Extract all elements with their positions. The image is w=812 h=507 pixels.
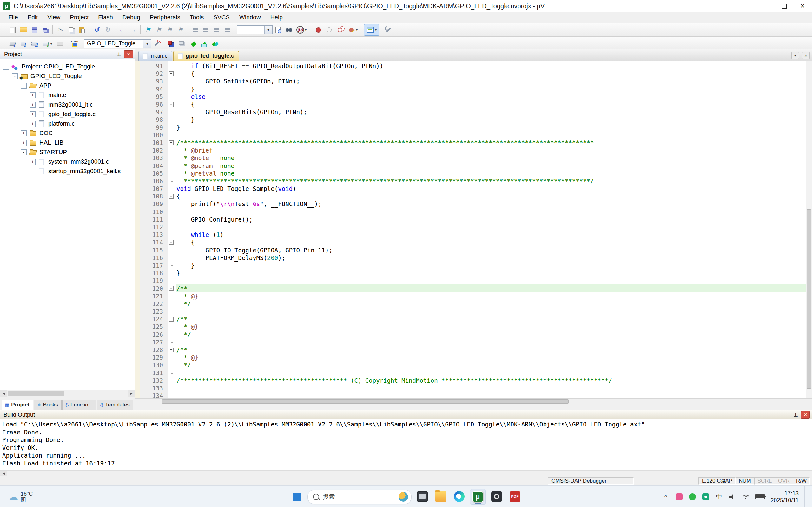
code-line-130[interactable]: 130 */ [135, 361, 806, 369]
find-text-combo[interactable]: ▾ [237, 25, 272, 34]
code-line-91[interactable]: 91 if (Bit_RESET == GPIO_ReadOutputDataB… [135, 62, 806, 70]
chevron-down-icon[interactable]: ▾ [50, 42, 52, 46]
code-line-121[interactable]: 121 * @} [135, 292, 806, 300]
code-line-101[interactable]: 101−/***********************************… [135, 139, 806, 147]
redo-button[interactable] [102, 24, 113, 35]
disable-breakpoint-button[interactable] [324, 24, 335, 35]
collapse-icon[interactable]: - [12, 73, 18, 79]
code-line-128[interactable]: 128−/** [135, 346, 806, 353]
code-line-119[interactable]: 119 [135, 277, 806, 284]
outdent-button[interactable] [201, 24, 211, 35]
pin-icon[interactable]: ⊥ [115, 51, 123, 58]
save-button[interactable] [29, 24, 40, 35]
code-editor[interactable]: 91 if (Bit_RESET == GPIO_ReadOutputDataB… [135, 61, 812, 398]
tree-item-app[interactable]: -APP [0, 81, 135, 90]
expand-icon[interactable]: + [30, 121, 36, 127]
code-line-107[interactable]: 107void GPIO_LED_Toggle_Sample(void) [135, 185, 806, 192]
code-line-94[interactable]: 94 } [135, 85, 806, 93]
menu-window[interactable]: Window [235, 12, 266, 23]
pin-icon[interactable]: ⊥ [792, 411, 800, 418]
expand-icon[interactable]: + [30, 159, 36, 165]
show-desktop-strip[interactable] [804, 486, 807, 507]
manage-rte-button[interactable] [188, 38, 199, 49]
start-button[interactable] [290, 490, 304, 504]
code-line-102[interactable]: 102 * @brief [135, 147, 806, 154]
expand-icon[interactable]: + [30, 92, 36, 98]
navigate-back-button[interactable] [117, 24, 128, 35]
tray-app-pink-icon[interactable] [675, 492, 683, 502]
code-line-126[interactable]: 126 */ [135, 331, 806, 338]
code-line-116[interactable]: 116 PLATFORM_DelayMS(200); [135, 254, 806, 262]
menu-flash[interactable]: Flash [93, 12, 117, 23]
minimize-button[interactable] [757, 0, 775, 12]
maximize-button[interactable] [775, 0, 793, 12]
code-line-124[interactable]: 124−/** [135, 315, 806, 323]
taskbar-clock[interactable]: 17:13 2025/10/11 [770, 490, 799, 504]
bookmark-next-button[interactable] [164, 24, 175, 35]
code-line-97[interactable]: 97 GPIO_ResetBits(GPIOn, PINn); [135, 108, 806, 116]
build-output-hscrollbar[interactable]: ◄ [0, 470, 812, 476]
scroll-left-icon[interactable]: ◄ [0, 390, 7, 397]
collapse-icon[interactable]: - [20, 149, 27, 155]
taskbar-app-edge-browser[interactable] [452, 489, 467, 504]
navigate-forward-button[interactable] [128, 24, 138, 35]
taskbar-app-keil-uvision[interactable] [470, 489, 486, 505]
find-binoculars-button[interactable] [283, 24, 294, 35]
code-line-100[interactable]: 100 [135, 131, 806, 139]
document-tab-gpio_led_toggle-c[interactable]: gpio_led_toggle.c [173, 51, 239, 61]
collapse-icon[interactable]: - [3, 64, 9, 70]
chevron-down-icon[interactable]: ▾ [356, 27, 358, 32]
fold-collapse-icon[interactable]: − [167, 101, 176, 108]
taskbar-weather-widget[interactable]: ☁ 16°C 阴 [9, 491, 113, 503]
window-manager-button[interactable]: ▾ [364, 24, 379, 36]
tray-app-green2-icon[interactable] [702, 492, 710, 502]
expand-icon[interactable]: + [30, 102, 36, 108]
menu-peripherals[interactable]: Peripherals [145, 12, 185, 23]
target-select-combo[interactable]: GPIO_LED_Toggle▾ [84, 39, 151, 48]
tree-item-mm32g0001-it-c[interactable]: +mm32g0001_it.c [0, 100, 135, 109]
windows-stack-button[interactable] [177, 38, 188, 49]
paste-button[interactable] [76, 24, 87, 35]
tree-item-doc[interactable]: +DOC [0, 128, 135, 138]
expand-icon[interactable]: + [20, 140, 27, 146]
taskbar-app-system-app[interactable] [415, 489, 430, 504]
code-line-120[interactable]: 120−/** [135, 284, 806, 292]
tree-item-platform-c[interactable]: +platform.c [0, 119, 135, 128]
code-line-106[interactable]: 106 ************************************… [135, 177, 806, 185]
download-load-button[interactable] [69, 38, 80, 49]
build-output-close-button[interactable]: ✕ [801, 411, 810, 418]
menu-file[interactable]: File [3, 12, 23, 23]
scroll-left-icon[interactable]: ◄ [0, 470, 7, 476]
code-line-93[interactable]: 93 GPIO_SetBits(GPIOn, PINn); [135, 77, 806, 85]
code-line-99[interactable]: 99} [135, 124, 806, 131]
tray-expand-icon[interactable]: ^ [662, 492, 669, 502]
code-line-110[interactable]: 110 [135, 208, 806, 216]
menu-edit[interactable]: Edit [23, 12, 43, 23]
copy-button[interactable] [65, 24, 76, 35]
fold-collapse-icon[interactable]: − [167, 284, 176, 292]
taskbar-search-box[interactable]: 搜索 [307, 490, 412, 504]
fold-collapse-icon[interactable]: − [167, 70, 176, 77]
code-line-111[interactable]: 111 GPIO_Configure(); [135, 216, 806, 223]
code-line-134[interactable]: 134 [135, 392, 806, 398]
scroll-right-icon[interactable]: ► [128, 390, 135, 397]
code-line-109[interactable]: 109 printf("\r\nTest %s", __FUNCTION__); [135, 200, 806, 208]
cut-button[interactable] [55, 24, 65, 35]
code-line-132[interactable]: 132/************************************… [135, 377, 806, 384]
tab-close-icon[interactable]: ✕ [802, 52, 810, 59]
manage-components-button[interactable] [166, 38, 177, 49]
taskbar-app-pdf-reader[interactable] [507, 489, 523, 504]
panel-tab-functio[interactable]: {}Functio... [62, 399, 96, 410]
tab-list-dropdown-icon[interactable]: ▾ [792, 52, 799, 59]
code-line-118[interactable]: 118} [135, 269, 806, 277]
menu-project[interactable]: Project [65, 12, 93, 23]
configure-wrench-button[interactable] [383, 24, 394, 35]
new-file-button[interactable] [7, 24, 18, 35]
code-line-105[interactable]: 105 * @retval none [135, 170, 806, 177]
code-line-92[interactable]: 92− { [135, 70, 806, 77]
code-line-95[interactable]: 95 else [135, 93, 806, 101]
tree-item-system-mm32g0001-c[interactable]: +system_mm32g0001.c [0, 157, 135, 166]
code-line-96[interactable]: 96− { [135, 101, 806, 108]
disable-all-breakpoints-button[interactable]: ▾ [345, 24, 360, 35]
open-file-button[interactable] [18, 24, 29, 35]
